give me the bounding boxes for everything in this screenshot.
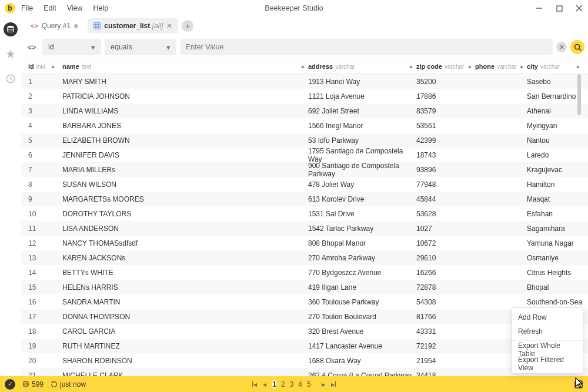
- cell-city[interactable]: Hamilton: [527, 180, 583, 189]
- cell-address[interactable]: 692 Joliet Street: [308, 107, 416, 115]
- cell-zip[interactable]: 72192: [416, 342, 475, 350]
- cell-zip[interactable]: 35200: [416, 78, 475, 86]
- cell-id[interactable]: 9: [26, 195, 62, 203]
- maximize-button[interactable]: [555, 4, 563, 12]
- history-icon[interactable]: [4, 72, 18, 86]
- cell-address[interactable]: 613 Korolev Drive: [308, 195, 416, 203]
- filter-value-input[interactable]: [180, 39, 553, 55]
- table-row[interactable]: 11LISA ANDERSON1542 Tarlac Parkway1027Sa…: [21, 221, 588, 236]
- page-next-button[interactable]: ▸: [322, 380, 325, 388]
- close-button[interactable]: [575, 4, 583, 12]
- cell-address[interactable]: 262 A Corua (La Corua) Parkway: [308, 371, 416, 377]
- table-row[interactable]: 5ELIZABETH BROWN53 Idfu Parkway42399Nant…: [21, 133, 588, 148]
- table-row[interactable]: 2PATRICIA JOHNSON1121 Loja Avenue17886Sa…: [21, 89, 588, 103]
- cell-address[interactable]: 478 Joliet Way: [308, 180, 416, 189]
- cell-id[interactable]: 11: [26, 225, 62, 233]
- code-toggle-icon[interactable]: <>: [25, 43, 39, 52]
- status-ok-icon[interactable]: ✓: [5, 379, 15, 390]
- cell-name[interactable]: RUTH MARTINEZ: [62, 342, 308, 350]
- close-icon[interactable]: ✕: [166, 22, 172, 30]
- cell-city[interactable]: San Bernardino: [527, 92, 583, 100]
- cell-address[interactable]: 900 Santiago de Compostela Parkway: [308, 162, 416, 178]
- cell-name[interactable]: DOROTHY TAYLORS: [62, 210, 308, 218]
- menu-add-row[interactable]: Add Row: [512, 310, 583, 324]
- cell-zip[interactable]: 21954: [416, 357, 475, 365]
- menu-export-whole[interactable]: Export Whole Table: [512, 343, 583, 357]
- table-row[interactable]: 16SANDRA MARTIN360 Toulouse Parkway54308…: [21, 294, 588, 309]
- cell-name[interactable]: SHARON ROBINSON: [62, 357, 308, 365]
- cell-id[interactable]: 8: [26, 180, 62, 189]
- cell-name[interactable]: LINDA WILLIAMS: [62, 107, 308, 115]
- cell-zip[interactable]: 18743: [416, 151, 475, 159]
- star-icon[interactable]: [4, 47, 18, 61]
- cell-zip[interactable]: 54308: [416, 298, 475, 306]
- cell-address[interactable]: 419 Iligan Lane: [308, 283, 416, 292]
- cell-id[interactable]: 17: [26, 313, 62, 321]
- cell-id[interactable]: 7: [26, 166, 62, 174]
- cell-zip[interactable]: 29610: [416, 254, 475, 262]
- cell-city[interactable]: Sasebo: [527, 78, 583, 86]
- table-row[interactable]: 18CAROL GARCIA320 Brest Avenue43331: [21, 324, 588, 339]
- cell-address[interactable]: 270 Toulon Boulevard: [308, 313, 416, 321]
- cell-name[interactable]: MARGARETSs MOORES: [62, 195, 308, 203]
- database-icon[interactable]: [4, 22, 18, 36]
- cell-name[interactable]: SANDRA MARTIN: [62, 298, 308, 306]
- cell-name[interactable]: ELIZABETH BROWN: [62, 136, 308, 145]
- cell-name[interactable]: MARIA MILLERs: [62, 166, 308, 174]
- cell-zip[interactable]: 72878: [416, 283, 475, 292]
- cell-name[interactable]: DONNA THOMPSON: [62, 313, 308, 321]
- cell-city[interactable]: Sagamihara: [527, 225, 583, 233]
- cell-id[interactable]: 1: [26, 78, 62, 86]
- cell-city[interactable]: Osmaniye: [527, 254, 583, 262]
- cell-address[interactable]: 1688 Okara Way: [308, 357, 416, 365]
- cell-city[interactable]: Citrus Heights: [527, 269, 583, 277]
- page-first-button[interactable]: I◂: [252, 380, 257, 388]
- run-filter-button[interactable]: [570, 40, 584, 54]
- add-tab-button[interactable]: +: [182, 20, 193, 32]
- cell-city[interactable]: Nantou: [527, 136, 583, 145]
- cell-id[interactable]: 12: [26, 239, 62, 247]
- table-row[interactable]: 9MARGARETSs MOORES613 Korolev Drive45844…: [21, 192, 588, 206]
- table-row[interactable]: 6JENNIFER DAVIS1795 Santiago de Composte…: [21, 148, 588, 162]
- tab-table[interactable]: customer_list [all] ✕: [88, 18, 178, 33]
- table-row[interactable]: 19RUTH MARTINEZ1417 Lancaster Avenue7219…: [21, 339, 588, 353]
- cell-name[interactable]: JENNIFER DAVIS: [62, 151, 308, 159]
- cell-city[interactable]: Bhopal: [527, 283, 583, 292]
- cell-zip[interactable]: 16266: [416, 269, 475, 277]
- table-row[interactable]: 4BARBARA JONES1566 Inegl Manor53561Mying…: [21, 118, 588, 133]
- cell-address[interactable]: 320 Brest Avenue: [308, 327, 416, 336]
- cell-name[interactable]: BETTYs WHITE: [62, 269, 308, 277]
- table-row[interactable]: 20SHARON ROBINSON1688 Okara Way21954: [21, 353, 588, 368]
- table-row[interactable]: 14BETTYs WHITE770 Bydgoszcz Avenue16266C…: [21, 265, 588, 280]
- page-number[interactable]: 1: [272, 380, 276, 388]
- cell-address[interactable]: 1531 Sal Drive: [308, 210, 416, 218]
- table-row[interactable]: 17DONNA THOMPSON270 Toulon Boulevard8176…: [21, 309, 588, 324]
- table-row[interactable]: 12NANCY THOMASsdfsdf808 Bhopal Manor1067…: [21, 236, 588, 250]
- minimize-button[interactable]: [535, 4, 543, 12]
- table-row[interactable]: 1MARY SMITH1913 Hanoi Way35200Sasebo: [21, 74, 588, 89]
- cell-id[interactable]: 13: [26, 254, 62, 262]
- table-row[interactable]: 8SUSAN WILSON478 Joliet Way77948Hamilton: [21, 177, 588, 192]
- page-number[interactable]: 4: [298, 380, 302, 388]
- cell-zip[interactable]: 42399: [416, 136, 475, 145]
- cell-name[interactable]: PATRICIA JOHNSON: [62, 92, 308, 100]
- cell-address[interactable]: 1542 Tarlac Parkway: [308, 225, 416, 233]
- menu-edit[interactable]: Edit: [44, 4, 56, 12]
- page-number[interactable]: 3: [290, 380, 294, 388]
- cell-id[interactable]: 14: [26, 269, 62, 277]
- page-last-button[interactable]: ▸I: [331, 380, 336, 388]
- cell-name[interactable]: HELENs HARRIS: [62, 283, 308, 292]
- table-row[interactable]: 13KAREN JACKSONs270 Amroha Parkway29610O…: [21, 250, 588, 265]
- table-row[interactable]: 3LINDA WILLIAMS692 Joliet Street83579Ath…: [21, 103, 588, 118]
- cell-zip[interactable]: 17886: [416, 92, 475, 100]
- page-number[interactable]: 2: [281, 380, 285, 388]
- cell-zip[interactable]: 34418: [416, 371, 475, 377]
- cell-id[interactable]: 10: [26, 210, 62, 218]
- cell-city[interactable]: Laredo: [527, 151, 583, 159]
- menu-help[interactable]: Help: [93, 4, 109, 12]
- table-row[interactable]: 15HELENs HARRIS419 Iligan Lane72878Bhopa…: [21, 280, 588, 294]
- cell-zip[interactable]: 53561: [416, 122, 475, 130]
- column-header-city[interactable]: city varchar: [527, 63, 583, 70]
- column-header-phone[interactable]: phone varchar: [475, 63, 527, 70]
- cell-id[interactable]: 18: [26, 327, 62, 336]
